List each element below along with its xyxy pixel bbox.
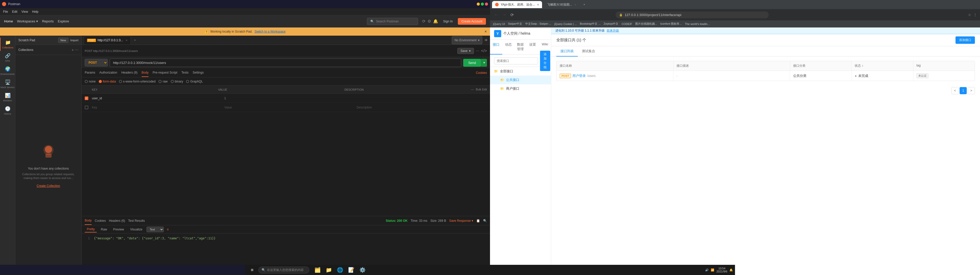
response-tab-body[interactable]: Body <box>85 217 92 225</box>
tab-interface-list[interactable]: 接口列表 <box>556 46 578 57</box>
switch-workspace-link[interactable]: Switch to a Workspace <box>255 30 286 33</box>
sidebar-item-mock-servers[interactable]: 🖥️ Mock Servers <box>0 77 15 91</box>
copy-response-icon[interactable]: 📋 <box>476 219 480 223</box>
row-checkbox[interactable]: ✓ <box>85 96 90 100</box>
body-graphql-option[interactable]: GraphQL <box>186 80 203 83</box>
new-button[interactable]: New <box>58 38 68 43</box>
graphql-radio[interactable] <box>186 80 189 83</box>
sidebar-item-collections[interactable]: 📁 Collections <box>0 38 15 51</box>
sidebar-item-environments[interactable]: 🌍 Environments <box>0 64 15 77</box>
bookmark-codeif[interactable]: CODEIF <box>621 22 632 25</box>
view-raw[interactable]: Raw <box>99 227 109 232</box>
taskbar-app-explorer[interactable]: 🗂️ <box>312 265 323 275</box>
browser-menu-icon[interactable]: ⋮ <box>974 13 977 17</box>
send-button[interactable]: Send <box>463 59 481 67</box>
browser-tab-1[interactable]: YApi-强大、易用、迫合... ✕ <box>492 1 542 8</box>
search-response-icon[interactable]: 🔍 <box>483 219 487 223</box>
tab-params[interactable]: Params <box>85 69 95 77</box>
row-key-input[interactable] <box>92 96 222 100</box>
minimize-btn[interactable] <box>477 3 480 6</box>
bookmark-images[interactable]: 图片在线随机颜... <box>635 22 657 26</box>
response-tab-cookies[interactable]: Cookies <box>95 217 106 224</box>
menu-edit[interactable]: Edit <box>12 10 18 14</box>
yapi-tab-activity[interactable]: 动态 <box>502 40 514 54</box>
row-value-input[interactable] <box>224 96 355 100</box>
tab-close-icon[interactable]: ✕ <box>126 39 127 42</box>
sidebar-item-history[interactable]: 🕐 History <box>0 104 15 117</box>
upgrade-link[interactable]: 前来升级 <box>607 28 619 33</box>
nav-workspaces[interactable]: Workspaces ▾ <box>17 19 38 23</box>
interface-search-input[interactable] <box>494 57 538 65</box>
tab-authorization[interactable]: Authorization <box>99 69 117 77</box>
bookmark-jquery-ui[interactable]: jQuery UI <box>493 22 505 25</box>
taskbar-app-browser[interactable]: 🌐 <box>335 265 345 275</box>
bookmark-icon[interactable]: ☆ <box>968 13 971 17</box>
import-button[interactable]: Import <box>70 39 78 42</box>
signin-button[interactable]: Sign In <box>440 18 456 25</box>
raw-radio[interactable] <box>159 80 162 83</box>
taskbar-app-settings[interactable]: ⚙️ <box>357 265 368 275</box>
body-urlencoded-option[interactable]: x-www-form-urlencoded <box>119 80 156 83</box>
code-icon[interactable]: </> <box>481 49 487 53</box>
tab-test-collections[interactable]: 测试集合 <box>578 46 599 57</box>
menu-view[interactable]: View <box>21 10 28 14</box>
empty-row-checkbox[interactable] <box>85 106 90 109</box>
tab-pre-request[interactable]: Pre-request Script <box>153 69 177 77</box>
send-dropdown-btn[interactable]: ▾ <box>481 59 487 67</box>
body-none-option[interactable]: none <box>85 80 96 83</box>
back-btn[interactable]: ← <box>493 11 499 18</box>
bookmark-swiper-cn[interactable]: 中文Swip - Swiper-... <box>525 22 551 26</box>
sidebar-item-apis[interactable]: 🔗 APIs <box>0 51 15 64</box>
global-search-bar[interactable]: 🔍 Search Postman <box>367 18 418 25</box>
form-data-radio[interactable] <box>99 80 102 83</box>
body-binary-option[interactable]: binary <box>171 80 183 83</box>
close-btn[interactable] <box>485 3 488 6</box>
menu-help[interactable]: Help <box>32 10 38 14</box>
tab-headers[interactable]: Headers (9) <box>121 69 137 77</box>
tab-body[interactable]: Body <box>142 69 148 77</box>
menu-file[interactable]: File <box>3 10 8 14</box>
view-pretty[interactable]: Pretty <box>85 226 97 232</box>
bookmark-swiper[interactable]: Swiper中文 <box>508 22 522 26</box>
tab-2-close[interactable]: ✕ <box>574 3 576 6</box>
add-collection-icon[interactable]: + <box>72 48 74 52</box>
interface-name-link[interactable]: 用户登录 <box>573 74 586 78</box>
browser-tab-2[interactable]: 飞蛾图大!封面图... ✕ <box>544 1 579 8</box>
binary-radio[interactable] <box>171 80 174 83</box>
yapi-tab-data[interactable]: 数据管理 <box>514 40 527 54</box>
prev-page-btn[interactable]: < <box>951 87 959 94</box>
more-options-icon[interactable]: ⋯ <box>476 49 479 53</box>
tab-1-close[interactable]: ✕ <box>537 3 539 6</box>
refresh-btn[interactable]: ⟳ <box>509 11 515 18</box>
sound-icon[interactable]: 🔊 <box>705 269 709 272</box>
urlencoded-radio[interactable] <box>119 80 122 83</box>
row-desc-input[interactable] <box>356 96 487 100</box>
tab-settings[interactable]: Settings <box>192 69 204 77</box>
nav-explore[interactable]: Explore <box>58 19 69 23</box>
eye-icon[interactable]: 👁 <box>484 38 488 42</box>
next-page-btn[interactable]: > <box>968 87 975 94</box>
tree-merchant-interfaces[interactable]: 📁 商户接口 <box>490 84 551 93</box>
bulk-edit-btn[interactable]: Bulk Edit <box>476 88 487 92</box>
bookmark-iconfont[interactable]: Iconfont 图标库... <box>660 22 682 26</box>
settings-icon[interactable]: ⚙ <box>428 19 431 24</box>
bookmark-bootstrap[interactable]: Bootstrap中文 ... <box>580 22 600 26</box>
environment-dropdown[interactable]: No Environment ▾ <box>452 36 482 44</box>
notification-icon[interactable]: 🔔 <box>433 19 438 24</box>
nav-home[interactable]: Home <box>4 19 13 23</box>
tree-all-interfaces[interactable]: 📁 全部接口 <box>490 67 551 76</box>
method-select[interactable]: POST GET PUT DELETE <box>85 59 108 66</box>
banner-close-btn[interactable]: ✕ <box>484 30 487 33</box>
response-tab-tests[interactable]: Test Results <box>128 217 145 224</box>
new-tab-btn[interactable]: + <box>581 2 587 7</box>
format-select[interactable]: Text JSON HTML <box>146 227 164 232</box>
request-tab-1[interactable]: POST http://127.0.0.1:3... ✕ <box>84 36 131 44</box>
taskbar-search-box[interactable]: 🔍 在这里输入您想搜索的内容 <box>258 267 309 273</box>
more-icon[interactable]: ⋯ <box>471 88 474 92</box>
url-input[interactable] <box>110 58 461 67</box>
current-page-btn[interactable]: 1 <box>959 87 967 94</box>
collections-menu-icon[interactable]: ⋯ <box>75 48 78 52</box>
bookmark-zepto[interactable]: Zeptojs中文 <box>604 22 618 26</box>
view-preview[interactable]: Preview <box>111 227 126 232</box>
nav-reports[interactable]: Reports <box>42 19 54 23</box>
